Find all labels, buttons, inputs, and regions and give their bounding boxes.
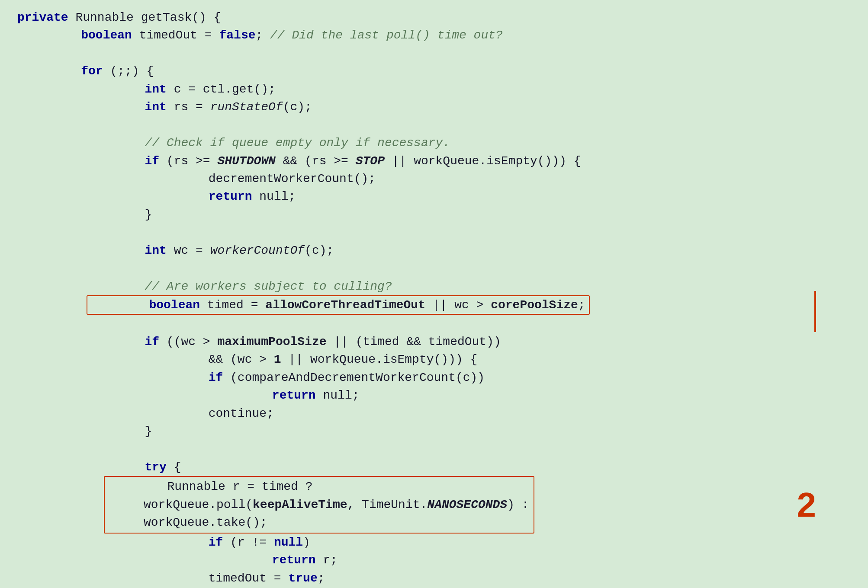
- comment: // Check if queue empty only if necessar…: [145, 136, 450, 150]
- blank-line: [17, 259, 851, 277]
- code-line: if (rs >= SHUTDOWN && (rs >= STOP || wor…: [17, 152, 851, 170]
- keyword: return: [209, 190, 252, 203]
- keyword: if: [145, 335, 159, 348]
- var: maximumPoolSize: [217, 335, 326, 348]
- code-line: if (compareAndDecrementWorkerCount(c)): [17, 369, 851, 387]
- keyword: null: [274, 536, 303, 549]
- blank-line: [17, 116, 851, 134]
- code-line: return null;: [17, 188, 851, 205]
- var: allowCoreThreadTimeOut: [265, 298, 425, 312]
- highlighted-block: Runnable r = timed ? workQueue.poll(keep…: [17, 476, 851, 533]
- code-line: if (r != null): [17, 534, 851, 551]
- var: keepAliveTime: [253, 498, 347, 511]
- blank-line: [17, 224, 851, 241]
- keyword: return: [272, 553, 316, 567]
- var: workerCountOf: [210, 244, 305, 257]
- keyword: try: [145, 460, 166, 474]
- code-line: boolean timedOut = false; // Did the las…: [17, 26, 851, 44]
- code-line: int c = ctl.get();: [17, 80, 851, 98]
- var: runStateOf: [210, 100, 283, 114]
- const: NANOSECONDS: [427, 498, 507, 511]
- blank-line: [17, 45, 851, 62]
- code-line: Runnable r = timed ?: [109, 478, 529, 495]
- keyword: if: [145, 154, 159, 168]
- code-line: if ((wc > maximumPoolSize || (timed && t…: [17, 333, 851, 351]
- keyword: boolean: [81, 29, 132, 42]
- comment: // Did the last poll() time out?: [270, 29, 503, 42]
- code-line: private Runnable getTask() {: [17, 9, 851, 26]
- const: SHUTDOWN: [217, 154, 275, 168]
- keyword: true: [288, 572, 317, 585]
- code-line: continue;: [17, 405, 851, 422]
- annotation-number-2: 2: [797, 488, 817, 522]
- annotation-bar: [814, 291, 816, 332]
- keyword: return: [272, 389, 316, 402]
- code-line: return r;: [17, 551, 851, 569]
- comment: // Are workers subject to culling?: [145, 280, 392, 293]
- code-line: && (wc > 1 || workQueue.isEmpty())) {: [17, 351, 851, 368]
- code-line: timedOut = true;: [17, 569, 851, 587]
- const: STOP: [356, 154, 385, 168]
- code-line: int rs = runStateOf(c);: [17, 98, 851, 116]
- keyword: int: [145, 100, 166, 114]
- keyword: if: [209, 536, 223, 549]
- keyword: if: [209, 371, 223, 384]
- code-line: }: [17, 422, 851, 440]
- keyword: int: [145, 83, 166, 96]
- keyword: private: [17, 11, 68, 24]
- code-line: try {: [17, 458, 851, 476]
- code-line: // Are workers subject to culling?: [17, 278, 851, 295]
- code-line: return null;: [17, 387, 851, 404]
- code-display: private Runnable getTask() { boolean tim…: [17, 9, 851, 588]
- var: 1: [274, 353, 281, 366]
- blank-line: [17, 315, 851, 332]
- keyword: int: [145, 244, 166, 257]
- keyword: boolean: [149, 298, 200, 312]
- code-line: decrementWorkerCount();: [17, 170, 851, 188]
- code-line: // Check if queue empty only if necessar…: [17, 134, 851, 152]
- blank-line: [17, 441, 851, 458]
- code-line: boolean timed = allowCoreThreadTimeOut |…: [87, 295, 590, 315]
- code-line: }: [17, 206, 851, 224]
- highlighted-row: boolean timed = allowCoreThreadTimeOut |…: [17, 295, 851, 315]
- code-line: workQueue.take();: [109, 514, 529, 531]
- var: corePoolSize: [491, 298, 578, 312]
- code-line: workQueue.poll(keepAliveTime, TimeUnit.N…: [109, 496, 529, 514]
- code-line: int wc = workerCountOf(c);: [17, 242, 851, 259]
- code-line: for (;;) {: [17, 62, 851, 80]
- highlight-box-2: Runnable r = timed ? workQueue.poll(keep…: [104, 476, 534, 533]
- keyword: false: [219, 29, 255, 42]
- keyword: for: [81, 64, 103, 78]
